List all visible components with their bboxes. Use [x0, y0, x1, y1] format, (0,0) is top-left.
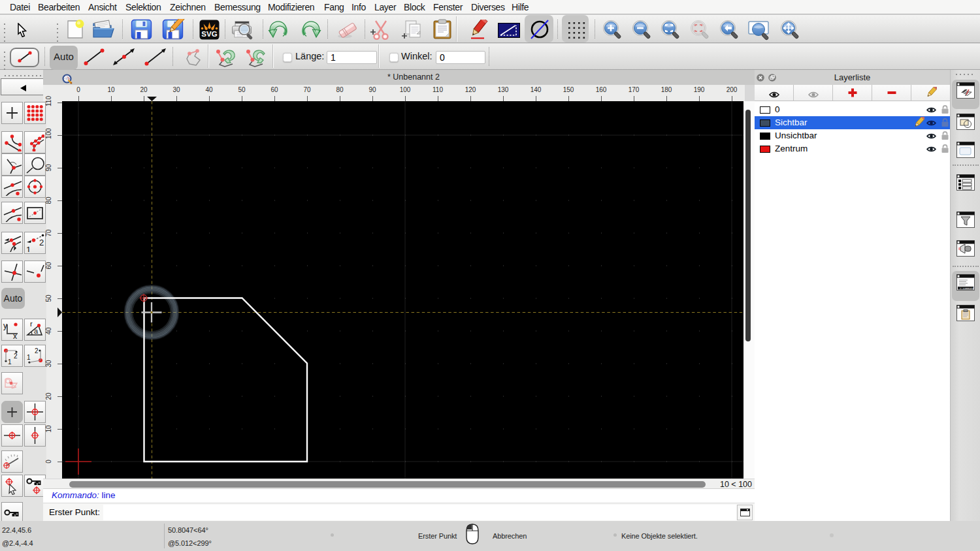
svg-text:2: 2 — [35, 347, 39, 354]
svg-text:1: 1 — [27, 354, 31, 361]
svg-text:y: y — [3, 321, 7, 330]
svg-text:x: x — [13, 332, 17, 339]
svg-text:r: r — [30, 321, 33, 328]
svg-text:1: 1 — [26, 245, 31, 252]
svg-text:a: a — [34, 327, 39, 335]
svg-text:2: 2 — [39, 238, 44, 247]
svg-text:SVG: SVG — [201, 30, 217, 38]
svg-text:> command: > command — [960, 287, 974, 290]
svg-text:2: 2 — [14, 353, 18, 360]
svg-text:1: 1 — [8, 358, 12, 365]
